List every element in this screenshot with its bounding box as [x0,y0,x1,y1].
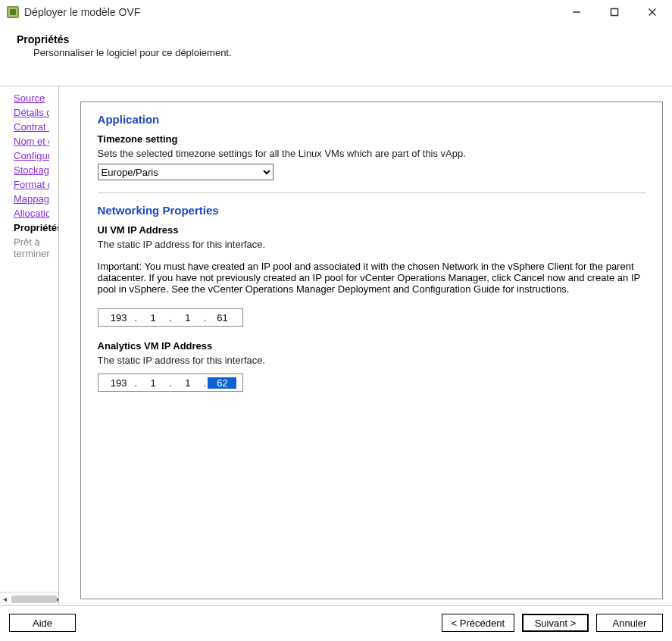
content-wrap: Application Timezone setting Sets the se… [59,86,672,605]
step-ovf-details[interactable]: Détails de modèle OVF [14,107,49,118]
step-deployment-config[interactable]: Configuration de déploiement [14,150,49,161]
sidebar-horizontal-scrollbar[interactable]: ◂ ▸ [0,592,58,605]
maximize-button[interactable] [604,2,625,23]
ip-octet-3[interactable]: 1 [173,312,202,324]
back-button[interactable]: < Précédent [442,614,514,632]
timezone-label: Timezone setting [98,133,645,145]
ip-octet-3[interactable]: 1 [173,377,202,389]
application-title: Application [98,113,645,126]
step-eula[interactable]: Contrat de Licence Utilisateur F [14,121,49,133]
svg-rect-4 [611,8,618,15]
wizard-sidebar: Source Détails de modèle OVF Contrat de … [0,86,59,605]
main-region: Source Détails de modèle OVF Contrat de … [0,86,672,605]
page-subheading: Personnaliser le logiciel pour ce déploi… [17,47,658,58]
step-network-mapping[interactable]: Mappage de réseau [14,193,49,205]
step-storage[interactable]: Stockage [14,164,49,176]
ip-octet-2[interactable]: 1 [139,377,167,389]
ip-octet-4-selected[interactable]: 62 [208,377,236,389]
wizard-steps: Source Détails de modèle OVF Contrat de … [0,86,58,592]
networking-section: Networking Properties UI VM IP Address T… [98,204,645,392]
step-ready-to-complete: Prêt à terminer [14,236,49,259]
minimize-button[interactable] [566,2,587,23]
ip-octet-2[interactable]: 1 [139,312,167,324]
ip-octet-4[interactable]: 61 [208,312,236,324]
window-title: Déployer le modèle OVF [24,6,140,18]
header-region: Propriétés Personnaliser le logiciel pou… [0,24,672,64]
ip-octet-1[interactable]: 193 [105,377,133,389]
close-button[interactable] [642,2,663,23]
networking-title: Networking Properties [98,204,645,217]
ui-vm-ip-note: Important: You must have created an IP p… [98,261,645,295]
next-button[interactable]: Suivant > [522,614,589,632]
timezone-select[interactable]: Europe/Paris [98,164,273,180]
ui-vm-ip-label: UI VM IP Address [98,224,645,236]
properties-panel: Application Timezone setting Sets the se… [80,102,663,599]
ui-vm-ip-desc: The static IP address for this interface… [98,239,645,250]
app-icon [6,5,20,19]
step-name-location[interactable]: Nom et emplacement [14,136,49,147]
analytics-vm-ip-desc: The static IP address for this interface… [98,355,645,366]
scroll-thumb[interactable] [11,596,57,603]
analytics-vm-ip-label: Analytics VM IP Address [98,340,645,352]
help-button[interactable]: Aide [9,614,76,632]
svg-rect-2 [10,9,16,15]
titlebar: Déployer le modèle OVF [0,0,672,24]
step-properties-current: Propriétés [14,222,49,233]
timezone-desc: Sets the selected timezone settings for … [98,148,645,159]
step-disk-format[interactable]: Format de disque [14,179,49,190]
step-ip-allocation[interactable]: Allocation d'adresse IP [14,208,49,219]
cancel-button[interactable]: Annuler [596,614,663,632]
wizard-footer: Aide < Précédent Suivant > Annuler [0,605,672,641]
step-source[interactable]: Source [14,92,49,104]
application-section: Application Timezone setting Sets the se… [98,113,645,193]
ip-octet-1[interactable]: 193 [105,312,133,324]
ui-vm-ip-input[interactable]: 193 . 1 . 1 . 61 [98,308,244,327]
scroll-left-icon[interactable]: ◂ [3,595,7,603]
analytics-vm-ip-input[interactable]: 193 . 1 . 1 . 62 [98,374,244,392]
page-heading: Propriétés [17,33,658,45]
